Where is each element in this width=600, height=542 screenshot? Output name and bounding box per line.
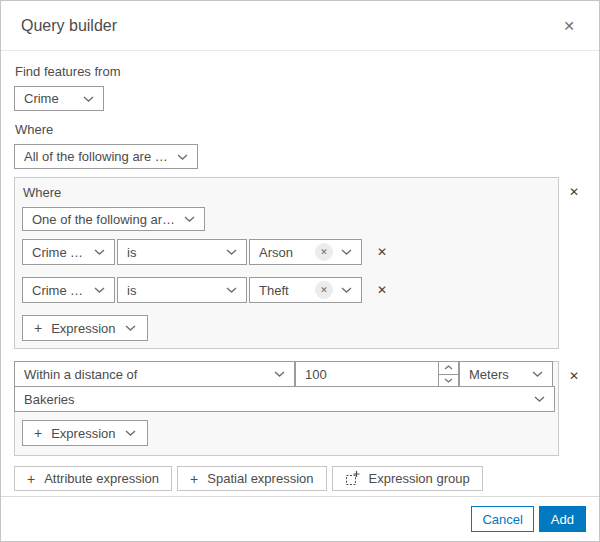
field-select[interactable]: Crime Type: [22, 239, 115, 265]
value-combobox[interactable]: Theft ✕: [249, 277, 362, 303]
value-combobox-value: Arson: [259, 245, 309, 260]
condition-row: Crime Type is Arson ✕ ✕: [22, 239, 551, 265]
combinator-select-value: All of the following are true: [24, 149, 169, 164]
add-expression-label: Expression: [51, 321, 115, 336]
attribute-expression-group: Where One of the following are tr… Crime…: [14, 177, 559, 349]
plus-icon: +: [190, 471, 198, 487]
chevron-down-icon: [341, 249, 352, 255]
chevron-down-icon: [274, 371, 285, 377]
close-icon[interactable]: ✕: [559, 15, 579, 37]
dialog-footer: Cancel Add: [1, 496, 599, 541]
spinner-up-icon[interactable]: [439, 362, 458, 375]
attribute-group-row: Where One of the following are tr… Crime…: [14, 177, 586, 349]
layer-select[interactable]: Crime: [14, 86, 104, 111]
unit-select-value: Meters: [469, 367, 524, 382]
clear-value-icon[interactable]: ✕: [315, 243, 333, 261]
plus-icon: +: [27, 471, 35, 487]
spatial-relation-select[interactable]: Within a distance of: [14, 361, 295, 387]
add-spatial-expression-button[interactable]: + Spatial expression: [177, 466, 326, 491]
chevron-down-icon: [532, 371, 543, 377]
spatial-relation-value: Within a distance of: [24, 367, 266, 382]
cancel-button[interactable]: Cancel: [471, 506, 533, 532]
spinner-down-icon[interactable]: [439, 375, 458, 387]
target-layer-value: Bakeries: [24, 392, 526, 407]
distance-input[interactable]: [295, 361, 459, 387]
chevron-down-icon: [125, 325, 136, 331]
chevron-down-icon: [94, 249, 105, 255]
group-combinator-value: One of the following are tr…: [32, 212, 176, 227]
chevron-down-icon: [125, 430, 136, 436]
add-expression-group-button[interactable]: Expression group: [332, 466, 483, 491]
group-where-label: Where: [23, 185, 551, 200]
remove-group-icon[interactable]: ✕: [567, 368, 581, 384]
operator-select[interactable]: is: [117, 239, 247, 265]
plus-icon: +: [34, 425, 42, 441]
unit-select[interactable]: Meters: [459, 361, 553, 387]
query-builder-dialog: Query builder ✕ Find features from Crime…: [0, 0, 600, 542]
add-expression-button[interactable]: + Expression: [22, 315, 148, 341]
chevron-down-icon: [341, 287, 352, 293]
spatial-group-row: Within a distance of Meters: [14, 361, 586, 456]
field-select[interactable]: Crime Type: [22, 277, 115, 303]
value-combobox-value: Theft: [259, 283, 309, 298]
operator-select[interactable]: is: [117, 277, 247, 303]
chevron-down-icon: [83, 96, 94, 102]
clear-value-icon[interactable]: ✕: [315, 281, 333, 299]
remove-group-icon[interactable]: ✕: [567, 184, 581, 200]
where-label: Where: [15, 122, 586, 137]
dialog-header: Query builder ✕: [1, 1, 599, 51]
field-select-value: Crime Type: [32, 245, 86, 260]
expression-group-icon: [345, 471, 360, 486]
distance-row: Within a distance of Meters: [14, 361, 558, 387]
dialog-body: Find features from Crime Where All of th…: [1, 51, 599, 496]
spatial-expression-group: Within a distance of Meters: [14, 361, 559, 456]
value-combobox[interactable]: Arson ✕: [249, 239, 362, 265]
dialog-title: Query builder: [21, 17, 117, 35]
plus-icon: +: [34, 320, 42, 336]
add-expression-button[interactable]: + Expression: [22, 420, 148, 446]
field-select-value: Crime Type: [32, 283, 86, 298]
expression-group-label: Expression group: [369, 471, 470, 486]
layer-select-value: Crime: [24, 91, 75, 106]
chevron-down-icon: [534, 396, 545, 402]
spatial-expression-label: Spatial expression: [207, 471, 313, 486]
distance-spinner: [438, 362, 458, 386]
remove-condition-icon[interactable]: ✕: [375, 244, 389, 260]
chevron-down-icon: [177, 154, 188, 160]
distance-input-wrap: [295, 361, 459, 387]
chevron-down-icon: [226, 249, 237, 255]
attribute-expression-label: Attribute expression: [44, 471, 159, 486]
group-combinator-select[interactable]: One of the following are tr…: [22, 207, 205, 231]
operator-select-value: is: [127, 245, 218, 260]
chevron-down-icon: [184, 216, 195, 222]
expression-toolbar: + Attribute expression + Spatial express…: [14, 466, 586, 491]
combinator-select[interactable]: All of the following are true: [14, 144, 198, 169]
chevron-down-icon: [94, 287, 105, 293]
find-features-label: Find features from: [15, 64, 586, 79]
condition-row: Crime Type is Theft ✕ ✕: [22, 277, 551, 303]
add-expression-label: Expression: [51, 426, 115, 441]
target-layer-select[interactable]: Bakeries: [14, 386, 555, 412]
add-button[interactable]: Add: [539, 506, 586, 532]
chevron-down-icon: [226, 287, 237, 293]
operator-select-value: is: [127, 283, 218, 298]
add-attribute-expression-button[interactable]: + Attribute expression: [14, 466, 172, 491]
remove-condition-icon[interactable]: ✕: [375, 282, 389, 298]
